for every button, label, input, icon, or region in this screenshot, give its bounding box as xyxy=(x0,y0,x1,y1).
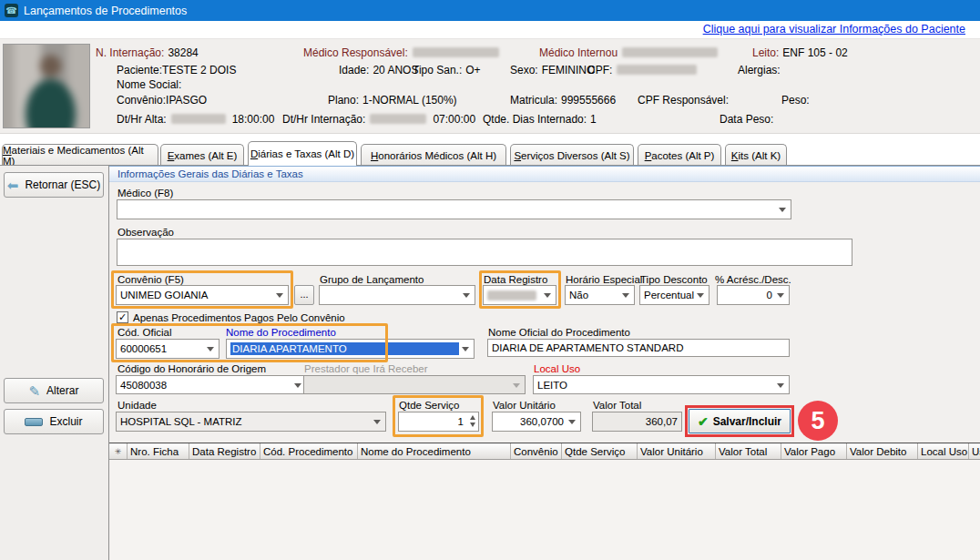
cpf-responsavel-label: CPF Responsável: xyxy=(638,94,729,107)
chevron-down-icon[interactable] xyxy=(207,347,214,351)
grid-header: ✳ Nro. Ficha Data Registro Cód. Procedim… xyxy=(109,443,980,460)
col-valor-unitario[interactable]: Valor Unitário xyxy=(638,443,716,459)
chevron-down-icon[interactable] xyxy=(568,420,576,424)
nome-oficial-label: Nome Oficial do Procedimento xyxy=(488,327,630,338)
nome-oficial-input[interactable]: DIARIA DE APARTAMENTO STANDARD xyxy=(487,339,790,357)
chevron-down-icon[interactable] xyxy=(777,383,784,388)
nome-procedimento-label: Nome do Procedimento xyxy=(226,327,336,338)
chevron-down-icon[interactable] xyxy=(622,293,629,298)
local-uso-label: Local Uso xyxy=(534,363,580,374)
tab-honorarios-medicos[interactable]: Honorários Médicos (Alt H) xyxy=(361,144,506,166)
col-valor-debito[interactable]: Valor Debito xyxy=(847,443,918,459)
local-uso-combobox[interactable]: LEITO xyxy=(533,375,790,394)
chevron-down-icon[interactable] xyxy=(373,420,381,424)
tipo-san-value: O+ xyxy=(465,64,480,76)
tab-materiais-medicamentos[interactable]: Materiais e Medicamentos (Alt M) xyxy=(2,144,158,166)
medico-label: Médico (F8) xyxy=(117,188,173,199)
sidebar: ⬅Retornar (ESC) ✎Alterar Excluir xyxy=(0,165,108,560)
col-nro-ficha[interactable]: Nro. Ficha xyxy=(128,443,189,459)
col-data-registro[interactable]: Data Registro xyxy=(189,443,260,459)
tab-diarias-taxas[interactable]: Diárias e Taxas (Alt D) xyxy=(248,141,357,166)
convenio-value: IPASGO xyxy=(166,94,207,107)
n-internacao-value: 38284 xyxy=(168,46,198,59)
observacao-input[interactable] xyxy=(117,239,852,266)
app-icon: ☎ xyxy=(5,4,18,17)
checkmark-icon: ✓ xyxy=(118,311,127,322)
col-local-uso[interactable]: Local Uso xyxy=(918,443,969,459)
chevron-down-icon[interactable] xyxy=(463,293,470,298)
valor-total-label: Valor Total xyxy=(593,400,641,411)
dias-internado-value: 1 xyxy=(590,113,597,126)
unidade-label: Unidade xyxy=(117,400,157,411)
excluir-button[interactable]: Excluir xyxy=(4,409,104,434)
chevron-down-icon[interactable] xyxy=(544,293,551,298)
tab-pacotes[interactable]: Pacotes (Alt P) xyxy=(638,144,721,166)
cod-oficial-label: Cód. Oficial xyxy=(117,327,171,338)
chevron-down-icon[interactable] xyxy=(462,347,469,351)
paciente-label: Paciente: xyxy=(117,64,162,76)
chevron-down-icon[interactable] xyxy=(294,383,301,388)
data-registro-redacted xyxy=(487,290,536,300)
grupo-lancamento-combobox[interactable] xyxy=(319,285,475,305)
medico-internou-label: Médico Internou xyxy=(539,46,618,59)
chevron-down-icon[interactable] xyxy=(777,293,784,298)
data-registro-combobox[interactable] xyxy=(483,285,556,305)
qtde-servico-stepper[interactable]: 1 xyxy=(398,412,479,432)
spinner-arrows-icon[interactable] xyxy=(470,415,475,427)
convenio-combobox[interactable]: UNIMED GOIANIA xyxy=(116,285,289,305)
leito-value: ENF 105 - 02 xyxy=(782,46,847,59)
horario-especial-combobox[interactable]: Não xyxy=(565,285,635,305)
dthr-alta-label: Dt/Hr Alta: xyxy=(117,113,167,126)
cod-honorario-combobox[interactable]: 45080038 xyxy=(116,375,307,394)
n-internacao-label: N. Internação: xyxy=(96,46,164,59)
observacao-label: Observação xyxy=(117,227,174,238)
chevron-down-icon[interactable] xyxy=(276,293,283,298)
alergias-label: Alergias: xyxy=(738,64,781,76)
check-icon: ✔ xyxy=(698,414,709,429)
sexo-label: Sexo: xyxy=(510,64,538,76)
salvar-incluir-button[interactable]: ✔Salvar/Incluir xyxy=(689,409,791,433)
valor-unitario-combobox[interactable]: 360,0700 xyxy=(492,412,581,432)
grupo-lancamento-label: Grupo de Lançamento xyxy=(320,274,424,285)
col-convenio[interactable]: Convênio xyxy=(511,443,562,459)
apenas-pagos-checkbox[interactable]: ✓ xyxy=(117,311,128,323)
dthr-internacao-label: Dt/Hr Internação: xyxy=(282,113,365,126)
col-cod-procedimento[interactable]: Cód. Procedimento xyxy=(260,443,358,459)
matricula-value: 999555666 xyxy=(561,94,616,107)
convenio-browse-button[interactable]: ... xyxy=(294,285,314,305)
record-indicator-icon: ✳ xyxy=(109,443,128,459)
acresc-desc-combobox[interactable]: 0 xyxy=(717,285,790,305)
valor-total-readonly: 360,07 xyxy=(592,412,682,432)
unidade-combobox[interactable]: HOSPITAL SQL - MATRIZ xyxy=(116,412,386,432)
col-nome-procedimento[interactable]: Nome do Procedimento xyxy=(358,443,511,459)
chevron-down-icon[interactable] xyxy=(779,208,786,212)
leito-label: Leito: xyxy=(752,46,779,59)
tab-exames[interactable]: Exames (Alt E) xyxy=(160,144,244,166)
medico-responsavel-redacted xyxy=(413,47,499,57)
tipo-desconto-label: Tipo Desconto xyxy=(640,274,708,285)
medico-responsavel-label: Médico Responsável: xyxy=(303,46,408,59)
chevron-down-icon[interactable] xyxy=(697,293,704,298)
nome-social-label: Nome Social: xyxy=(117,78,181,91)
nome-procedimento-combobox[interactable]: DIARIA APARTAMENTO xyxy=(226,339,475,359)
medico-combobox[interactable] xyxy=(117,199,791,219)
step-badge: 5 xyxy=(798,401,838,441)
arrow-left-icon: ⬅ xyxy=(7,178,19,192)
qtde-servico-label: Qtde Serviço xyxy=(399,400,459,411)
data-peso-label: Data Peso: xyxy=(720,113,773,126)
col-valor-total[interactable]: Valor Total xyxy=(716,443,781,459)
col-valor-pago[interactable]: Valor Pago xyxy=(781,443,847,459)
cod-oficial-combobox[interactable]: 60000651 xyxy=(116,339,219,359)
peso-label: Peso: xyxy=(781,94,810,107)
tab-kits[interactable]: Kits (Alt K) xyxy=(725,144,787,166)
tipo-desconto-combobox[interactable]: Percentual xyxy=(639,285,709,305)
col-usuario[interactable]: Usuário xyxy=(969,443,980,459)
alterar-button[interactable]: ✎Alterar xyxy=(4,378,104,403)
paciente-value: TESTE 2 DOIS xyxy=(162,64,236,76)
acresc-desc-label: % Acrésc./Desc. xyxy=(715,274,791,285)
tab-servicos-diversos[interactable]: Serviços Diversos (Alt S) xyxy=(510,144,634,166)
prestador-label: Prestador que Irá Receber xyxy=(304,363,428,374)
col-qtde-servico[interactable]: Qtde Serviço xyxy=(562,443,638,459)
patient-info-link[interactable]: Clique aqui para visualizar Informações … xyxy=(703,23,965,36)
retornar-button[interactable]: ⬅Retornar (ESC) xyxy=(4,172,104,198)
